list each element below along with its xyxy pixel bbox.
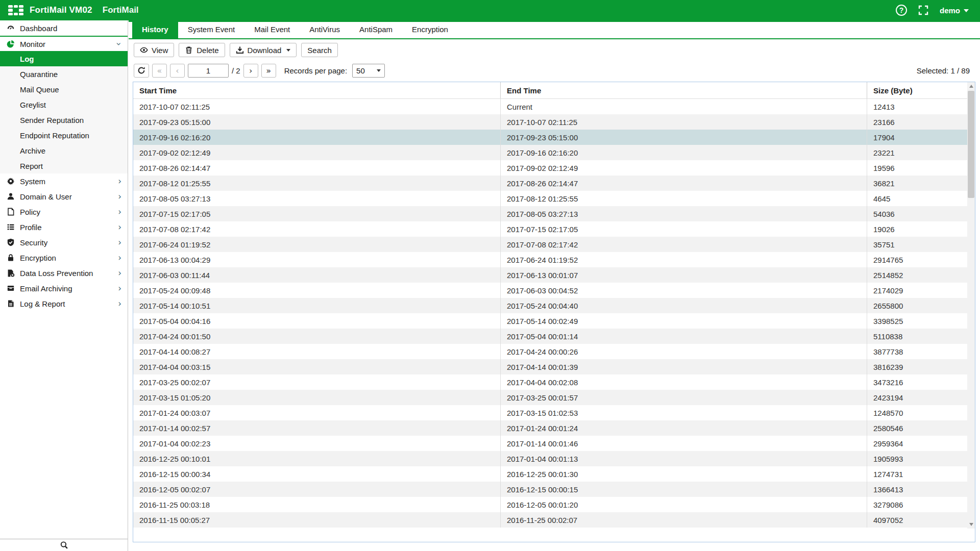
- last-page-button[interactable]: »: [261, 64, 276, 78]
- prev-page-button[interactable]: ‹: [170, 64, 185, 78]
- table-row[interactable]: 2017-08-05 03:27:132017-08-12 01:25:5546…: [133, 191, 967, 206]
- sidebar-subitem-endpoint-reputation[interactable]: Endpoint Reputation: [0, 128, 128, 143]
- sidebar-item-domain-user[interactable]: Domain & User›: [0, 189, 128, 204]
- column-header-start-time[interactable]: Start Time: [133, 82, 501, 98]
- table-row[interactable]: 2017-05-24 00:09:482017-06-03 00:04:5221…: [133, 283, 967, 298]
- sidebar-item-dashboard[interactable]: Dashboard: [0, 20, 128, 36]
- table-row[interactable]: 2017-06-13 00:04:292017-06-24 01:19:5229…: [133, 252, 967, 267]
- tab-history[interactable]: History: [132, 21, 178, 38]
- table-row[interactable]: 2017-03-15 01:05:202017-03-25 00:01:5724…: [133, 390, 967, 405]
- tab-antivirus[interactable]: AntiVirus: [300, 21, 350, 38]
- cell-start-time: 2017-01-24 00:03:07: [133, 405, 501, 420]
- cell-size: 3877738: [867, 344, 967, 359]
- tab-mail-event[interactable]: Mail Event: [244, 21, 300, 38]
- sidebar-subitem-mail-queue[interactable]: Mail Queue: [0, 82, 128, 97]
- table-row[interactable]: 2017-03-25 00:02:072017-04-04 00:02:0834…: [133, 374, 967, 390]
- help-icon[interactable]: ?: [896, 5, 907, 16]
- fullscreen-icon[interactable]: [918, 5, 928, 15]
- cell-end-time: 2017-06-13 00:01:07: [501, 267, 867, 283]
- table-row[interactable]: 2017-06-24 01:19:522017-07-08 02:17:4235…: [133, 237, 967, 252]
- sidebar-item-policy[interactable]: Policy›: [0, 204, 128, 219]
- scroll-down-icon[interactable]: [967, 520, 975, 529]
- user-icon: [6, 192, 15, 201]
- table-row[interactable]: 2017-04-24 00:01:502017-05-04 00:01:1451…: [133, 329, 967, 344]
- cell-end-time: 2017-03-15 01:02:53: [501, 405, 867, 420]
- refresh-button[interactable]: [134, 64, 149, 78]
- table-scrollbar[interactable]: [967, 82, 975, 529]
- sidebar-subitem-log[interactable]: Log: [0, 51, 128, 66]
- first-page-button[interactable]: «: [152, 64, 167, 78]
- table-row[interactable]: 2017-04-04 00:03:152017-04-14 00:01:3938…: [133, 359, 967, 374]
- table-row[interactable]: 2017-08-26 02:14:472017-09-02 02:12:4919…: [133, 160, 967, 176]
- next-page-button[interactable]: ›: [243, 64, 258, 78]
- table-row[interactable]: 2017-09-16 02:16:202017-09-23 05:15:0017…: [133, 130, 967, 145]
- cell-size: 2580546: [867, 420, 967, 436]
- sidebar-item-security[interactable]: Security›: [0, 235, 128, 250]
- table-row[interactable]: 2017-01-24 00:03:072017-03-15 01:02:5312…: [133, 405, 967, 420]
- selected-count-label: Selected: 1 / 89: [917, 66, 970, 75]
- table-row[interactable]: 2016-11-15 00:05:272016-11-25 00:02:0740…: [133, 512, 967, 528]
- cell-start-time: 2017-06-13 00:04:29: [133, 252, 501, 267]
- cell-start-time: 2017-06-24 01:19:52: [133, 237, 501, 252]
- table-row[interactable]: 2016-12-15 00:00:342016-12-25 00:01:3012…: [133, 466, 967, 482]
- sidebar-subitem-quarantine[interactable]: Quarantine: [0, 66, 128, 82]
- delete-button[interactable]: Delete: [179, 43, 225, 57]
- sidebar-item-log-report[interactable]: Log & Report›: [0, 296, 128, 311]
- table-row[interactable]: 2017-01-14 00:02:572017-01-24 00:01:2425…: [133, 420, 967, 436]
- cell-start-time: 2017-08-12 01:25:55: [133, 176, 501, 191]
- cell-start-time: 2017-10-07 02:11:25: [133, 99, 501, 114]
- cell-size: 12413: [867, 99, 967, 114]
- sidebar-item-email-archiving[interactable]: Email Archiving›: [0, 281, 128, 296]
- lock-icon: [6, 254, 15, 262]
- cell-end-time: 2017-05-24 00:04:40: [501, 298, 867, 313]
- table-row[interactable]: 2017-09-23 05:15:002017-10-07 02:11:2523…: [133, 114, 967, 130]
- cell-start-time: 2017-05-14 00:10:51: [133, 298, 501, 313]
- sidebar-subitem-report[interactable]: Report: [0, 158, 128, 173]
- scrollbar-thumb[interactable]: [968, 91, 974, 198]
- refresh-icon: [137, 66, 145, 74]
- log-page-icon: [6, 299, 15, 308]
- table-row[interactable]: 2016-11-25 00:03:182016-12-05 00:01:2032…: [133, 497, 967, 512]
- cell-size: 3279086: [867, 497, 967, 512]
- records-per-page-select[interactable]: 50: [352, 64, 385, 78]
- tab-encryption[interactable]: Encryption: [402, 21, 458, 38]
- sidebar-subitem-sender-reputation[interactable]: Sender Reputation: [0, 112, 128, 128]
- sidebar-item-profile[interactable]: Profile›: [0, 219, 128, 235]
- table-row[interactable]: 2017-07-15 02:17:052017-08-05 03:27:1354…: [133, 206, 967, 221]
- search-button[interactable]: Search: [301, 43, 338, 57]
- sidebar-item-monitor[interactable]: Monitor›: [0, 36, 128, 51]
- table-row[interactable]: 2017-08-12 01:25:552017-08-26 02:14:4736…: [133, 176, 967, 191]
- page-number-input[interactable]: [188, 64, 229, 78]
- sidebar-item-system[interactable]: System›: [0, 173, 128, 189]
- download-button[interactable]: Download: [230, 43, 297, 57]
- column-header-size[interactable]: Size (Byte): [867, 82, 967, 98]
- sidebar-item-label: Profile: [20, 223, 42, 232]
- cell-size: 36821: [867, 176, 967, 191]
- table-row[interactable]: 2017-07-08 02:17:422017-07-15 02:17:0519…: [133, 221, 967, 237]
- table-row[interactable]: 2016-12-05 00:02:072016-12-15 00:00:1513…: [133, 482, 967, 497]
- sidebar-subitem-greylist[interactable]: Greylist: [0, 97, 128, 112]
- cell-size: 23166: [867, 114, 967, 130]
- column-header-end-time[interactable]: End Time: [501, 82, 867, 98]
- table-row[interactable]: 2017-05-04 00:04:162017-05-14 00:02:4933…: [133, 313, 967, 329]
- table-row[interactable]: 2016-12-25 00:10:012017-01-04 00:01:1319…: [133, 451, 967, 466]
- view-button[interactable]: View: [134, 43, 174, 57]
- scroll-up-icon[interactable]: [967, 82, 975, 90]
- sidebar-search-button[interactable]: [0, 539, 128, 551]
- table-row[interactable]: 2017-06-03 00:11:442017-06-13 00:01:0725…: [133, 267, 967, 283]
- cell-end-time: 2017-09-16 02:16:20: [501, 145, 867, 160]
- tab-antispam[interactable]: AntiSpam: [350, 21, 402, 38]
- table-row[interactable]: 2017-04-14 00:08:272017-04-24 00:00:2638…: [133, 344, 967, 359]
- user-menu[interactable]: demo: [940, 6, 969, 15]
- sidebar-item-label: Dashboard: [20, 24, 57, 33]
- cell-size: 19596: [867, 160, 967, 176]
- table-row[interactable]: 2017-09-02 02:12:492017-09-16 02:16:2023…: [133, 145, 967, 160]
- sidebar-item-encryption[interactable]: Encryption›: [0, 250, 128, 265]
- tab-system-event[interactable]: System Event: [178, 21, 245, 38]
- table-row[interactable]: 2017-10-07 02:11:25Current12413: [133, 99, 967, 114]
- table-row[interactable]: 2017-01-04 00:02:232017-01-14 00:01:4629…: [133, 436, 967, 451]
- product-title: FortiMail VM02: [30, 5, 92, 15]
- sidebar-item-data-loss-prevention[interactable]: Data Loss Prevention›: [0, 265, 128, 281]
- table-row[interactable]: 2017-05-14 00:10:512017-05-24 00:04:4026…: [133, 298, 967, 313]
- sidebar-subitem-archive[interactable]: Archive: [0, 143, 128, 158]
